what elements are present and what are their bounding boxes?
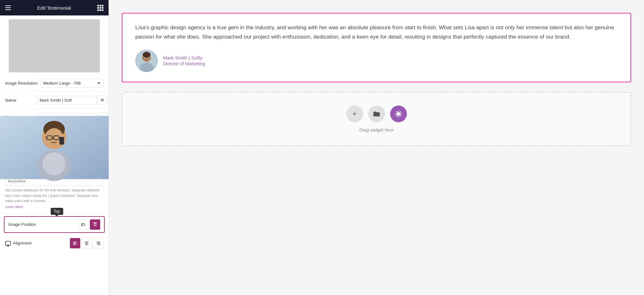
testimonial-text: Lisa's graphic design agency is a true g… xyxy=(135,23,618,42)
position-buttons xyxy=(78,219,100,230)
main-content: Lisa's graphic design agency is a true g… xyxy=(109,0,644,295)
testimonial-author: Mark Smith | Softy Director of Marketing xyxy=(135,50,618,72)
image-position-row: Image Position xyxy=(8,219,100,230)
drop-zone[interactable]: + Drag widget here xyxy=(122,92,631,146)
position-top-button[interactable] xyxy=(90,219,100,230)
author-avatar xyxy=(135,50,158,72)
top-tooltip: Top xyxy=(51,208,63,215)
sidebar-content: Image Resolution Medium Large - 768 Name… xyxy=(0,15,109,295)
image-position-label: Image Position xyxy=(8,222,36,227)
drag-widget-label: Drag widget here xyxy=(359,127,394,133)
svg-point-40 xyxy=(143,52,150,58)
monitor-icon xyxy=(5,241,11,245)
author-info: Mark Smith | Softy Director of Marketing xyxy=(163,55,205,66)
svg-rect-25 xyxy=(94,223,96,226)
author-title: Director of Marketing xyxy=(163,61,205,66)
sidebar: Edit Testimonial xyxy=(0,0,109,295)
image-preview xyxy=(9,19,100,72)
svg-point-45 xyxy=(398,113,399,115)
folder-button[interactable] xyxy=(368,106,385,122)
star-button[interactable] xyxy=(390,106,407,122)
author-name: Mark Smith | Softy xyxy=(163,55,205,60)
position-left-button[interactable] xyxy=(78,219,89,230)
drop-zone-buttons: + xyxy=(346,106,407,122)
testimonial-widget[interactable]: Lisa's graphic design agency is a true g… xyxy=(122,13,631,82)
svg-rect-23 xyxy=(82,224,85,226)
image-position-section: Top Image Position xyxy=(4,216,105,233)
add-widget-button[interactable]: + xyxy=(346,106,363,122)
